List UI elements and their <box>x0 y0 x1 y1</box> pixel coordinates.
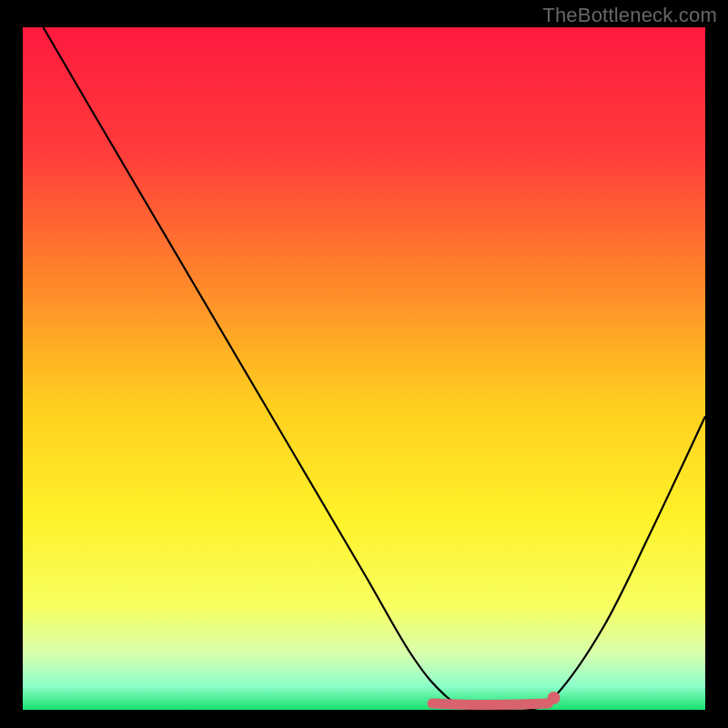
chart-frame: TheBottleneck.com <box>0 0 728 728</box>
flat-minimum-segment <box>432 703 549 705</box>
plot-background-gradient <box>23 27 705 710</box>
bottleneck-chart <box>0 0 728 728</box>
flat-segment-end-dot <box>548 692 561 704</box>
watermark-text: TheBottleneck.com <box>542 4 717 27</box>
